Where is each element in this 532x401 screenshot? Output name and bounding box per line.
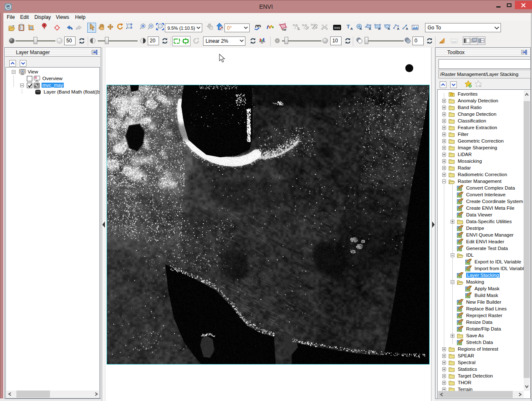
- svg-text:A: A: [350, 27, 353, 31]
- svg-text:008: 008: [334, 26, 340, 30]
- svg-text:A: A: [360, 27, 362, 31]
- svg-text:T: T: [347, 23, 350, 30]
- svg-text:A: A: [369, 27, 371, 31]
- svg-text:A: A: [378, 27, 381, 31]
- svg-text:A: A: [406, 27, 408, 31]
- svg-text:A: A: [388, 27, 390, 31]
- svg-text:A: A: [397, 27, 399, 31]
- svg-text:roi: roi: [282, 28, 286, 31]
